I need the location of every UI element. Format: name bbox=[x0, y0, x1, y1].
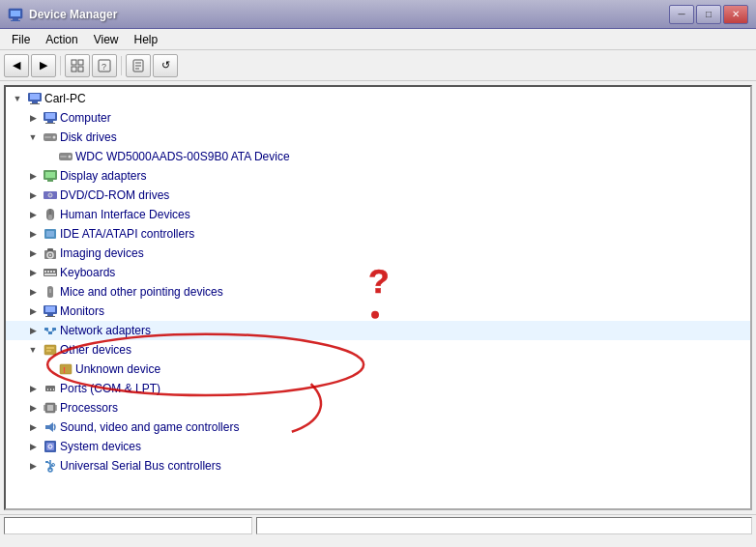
svg-rect-16 bbox=[32, 101, 38, 103]
tree-node-processors[interactable]: ▶ Processors bbox=[6, 398, 750, 417]
svg-marker-76 bbox=[45, 422, 53, 432]
tree-node-disk-drives[interactable]: ▼ Disk drives bbox=[6, 128, 750, 147]
svg-rect-65 bbox=[47, 389, 48, 390]
tree-node-usb[interactable]: ▶ Universal Serial Bus controllers bbox=[6, 456, 750, 475]
tree-node-imaging[interactable]: ▶ Imaging devices bbox=[6, 244, 750, 263]
menu-action[interactable]: Action bbox=[38, 31, 85, 48]
svg-rect-54 bbox=[44, 328, 48, 331]
tree-node-system[interactable]: ▶ System devices bbox=[6, 437, 750, 456]
label-dvd: DVD/CD-ROM drives bbox=[60, 188, 169, 202]
show-hide-icon bbox=[71, 59, 84, 72]
tree-node-sound[interactable]: ▶ Sound, video and game controllers bbox=[6, 417, 750, 437]
status-panel-2 bbox=[256, 517, 752, 534]
tree-node-hid[interactable]: ▶ Human Interface Devices bbox=[6, 205, 750, 224]
tree-node-ide[interactable]: ▶ IDE ATA/ATAPI controllers bbox=[6, 224, 750, 244]
maximize-button[interactable]: □ bbox=[696, 5, 721, 24]
svg-rect-20 bbox=[47, 121, 53, 123]
label-display: Display adapters bbox=[60, 169, 146, 183]
title-bar-left: Device Manager bbox=[8, 7, 117, 22]
expand-processors[interactable]: ▶ bbox=[25, 400, 41, 416]
toolbar-separator-1 bbox=[60, 56, 61, 75]
expand-carl-pc[interactable]: ▼ bbox=[10, 91, 25, 106]
svg-rect-38 bbox=[46, 231, 54, 237]
expand-ports[interactable]: ▶ bbox=[25, 381, 41, 396]
svg-rect-60 bbox=[46, 347, 54, 349]
svg-rect-67 bbox=[53, 389, 54, 390]
icon-dvd bbox=[43, 187, 58, 203]
expand-disk-drives[interactable]: ▼ bbox=[25, 130, 41, 145]
expand-network[interactable]: ▶ bbox=[25, 323, 41, 338]
icon-system bbox=[43, 439, 58, 454]
back-button[interactable]: ◀ bbox=[4, 54, 29, 77]
tree-node-other-devices[interactable]: ▼ Other devices bbox=[6, 340, 750, 360]
expand-monitors[interactable]: ▶ bbox=[25, 303, 41, 319]
tree-node-keyboards[interactable]: ▶ Keyboards bbox=[6, 263, 750, 282]
icon-ide bbox=[43, 226, 58, 242]
svg-rect-4 bbox=[72, 60, 76, 65]
tree-node-dvd[interactable]: ▶ DVD/CD-ROM drives bbox=[6, 186, 750, 205]
menu-file[interactable]: File bbox=[4, 31, 38, 48]
minimize-button[interactable]: ─ bbox=[669, 5, 694, 24]
label-monitors: Monitors bbox=[60, 304, 104, 318]
svg-text:?: ? bbox=[102, 62, 106, 72]
expand-display[interactable]: ▶ bbox=[25, 168, 41, 184]
properties-button[interactable] bbox=[126, 54, 151, 77]
expand-dvd[interactable]: ▶ bbox=[25, 187, 41, 203]
forward-button[interactable]: ▶ bbox=[31, 54, 56, 77]
tree-node-unknown[interactable]: ! Unknown device bbox=[6, 360, 750, 379]
tree-node-computer[interactable]: ▶ Computer bbox=[6, 108, 750, 128]
expand-imaging[interactable]: ▶ bbox=[25, 245, 41, 261]
tree-node-carl-pc[interactable]: ▼ Carl-PC bbox=[6, 89, 750, 108]
expand-computer[interactable]: ▶ bbox=[25, 110, 41, 126]
label-ports: Ports (COM & LPT) bbox=[60, 382, 160, 395]
icon-network bbox=[43, 323, 58, 338]
close-button[interactable]: ✕ bbox=[723, 5, 748, 24]
expand-ide[interactable]: ▶ bbox=[25, 226, 41, 242]
main-content[interactable]: ▼ Carl-PC ▶ Computer ▼ Disk drives bbox=[4, 85, 752, 510]
expand-usb[interactable]: ▶ bbox=[25, 458, 41, 474]
properties-icon bbox=[131, 59, 145, 72]
svg-rect-51 bbox=[45, 306, 55, 312]
menu-view[interactable]: View bbox=[86, 31, 127, 48]
tree-node-display-adapters[interactable]: ▶ Display adapters bbox=[6, 166, 750, 186]
icon-unknown: ! bbox=[58, 361, 73, 377]
svg-rect-61 bbox=[46, 350, 51, 352]
svg-rect-52 bbox=[47, 314, 53, 316]
tree-node-network[interactable]: ▶ Network adapters bbox=[6, 321, 750, 340]
status-bar bbox=[0, 514, 756, 535]
svg-rect-78 bbox=[46, 443, 54, 450]
title-bar: Device Manager ─ □ ✕ bbox=[0, 0, 756, 29]
app-icon bbox=[8, 7, 23, 22]
svg-rect-17 bbox=[30, 103, 40, 104]
tree-node-wdc[interactable]: WDC WD5000AADS-00S9B0 ATA Device bbox=[6, 147, 750, 166]
menu-help[interactable]: Help bbox=[127, 31, 166, 48]
refresh-button[interactable]: ↺ bbox=[153, 54, 178, 77]
svg-rect-82 bbox=[45, 461, 48, 463]
icon-ports bbox=[43, 381, 58, 396]
expand-hid[interactable]: ▶ bbox=[25, 207, 41, 222]
label-unknown: Unknown device bbox=[75, 362, 160, 376]
show-hide-button[interactable] bbox=[65, 54, 90, 77]
menu-bar: File Action View Help bbox=[0, 29, 756, 50]
expand-mice[interactable]: ▶ bbox=[25, 284, 41, 300]
expand-other-devices[interactable]: ▼ bbox=[25, 342, 41, 358]
icon-usb bbox=[43, 458, 58, 474]
title-text: Device Manager bbox=[29, 8, 117, 21]
tree-node-mice[interactable]: ▶ Mice and other pointing devices bbox=[6, 282, 750, 302]
label-imaging: Imaging devices bbox=[60, 246, 144, 260]
expand-sound[interactable]: ▶ bbox=[25, 419, 41, 435]
svg-rect-55 bbox=[52, 328, 56, 331]
expand-system[interactable]: ▶ bbox=[25, 439, 41, 454]
tree-node-monitors[interactable]: ▶ Monitors bbox=[6, 302, 750, 321]
title-controls: ─ □ ✕ bbox=[669, 5, 748, 24]
tree-node-ports[interactable]: ▶ Ports (COM & LPT) bbox=[6, 379, 750, 398]
svg-rect-48 bbox=[44, 274, 56, 275]
expand-keyboards[interactable]: ▶ bbox=[25, 265, 41, 280]
svg-rect-46 bbox=[50, 271, 52, 273]
label-disk-drives: Disk drives bbox=[60, 130, 117, 144]
help-button[interactable]: ? bbox=[92, 54, 117, 77]
label-computer: Computer bbox=[60, 111, 111, 125]
svg-rect-2 bbox=[13, 18, 18, 20]
svg-point-42 bbox=[49, 254, 51, 256]
svg-point-26 bbox=[69, 156, 72, 158]
